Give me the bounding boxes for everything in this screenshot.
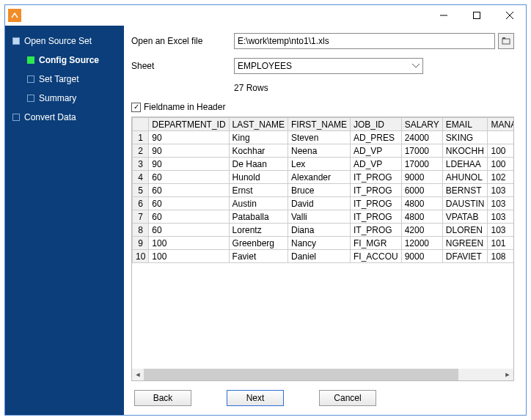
- sidebar-item-set-target[interactable]: Set Target: [5, 70, 124, 89]
- cell[interactable]: 60: [149, 210, 229, 224]
- cell[interactable]: 101: [488, 237, 513, 250]
- cell[interactable]: 108: [488, 250, 513, 263]
- cell[interactable]: Daniel: [288, 250, 350, 263]
- cell[interactable]: 103: [488, 224, 513, 237]
- cell[interactable]: 24000: [401, 131, 442, 144]
- sidebar-item-summary[interactable]: Summary: [5, 89, 124, 108]
- cell[interactable]: 103: [488, 184, 513, 197]
- cell[interactable]: AD_VP: [350, 158, 401, 171]
- cell[interactable]: 60: [149, 171, 229, 184]
- row-header[interactable]: 2: [133, 144, 149, 158]
- cell[interactable]: Greenberg: [229, 237, 288, 250]
- cell[interactable]: 100: [149, 237, 229, 250]
- column-header[interactable]: MANAGER_ID: [488, 118, 513, 131]
- cell[interactable]: Alexander: [288, 171, 350, 184]
- cell[interactable]: 102: [488, 171, 513, 184]
- scrollbar-thumb[interactable]: [144, 369, 458, 380]
- row-header[interactable]: 10: [133, 250, 149, 263]
- next-button[interactable]: Next: [227, 390, 284, 406]
- column-header[interactable]: LAST_NAME: [229, 118, 288, 131]
- row-header[interactable]: 9: [133, 237, 149, 250]
- cell[interactable]: DFAVIET: [442, 250, 488, 263]
- row-header[interactable]: 3: [133, 158, 149, 171]
- column-header[interactable]: EMAIL: [442, 118, 488, 131]
- table-row[interactable]: 660AustinDavidIT_PROG4800DAUSTIN103: [133, 197, 514, 210]
- cell[interactable]: Valli: [288, 210, 350, 224]
- cell[interactable]: FI_ACCOU: [350, 250, 401, 263]
- cell[interactable]: 60: [149, 184, 229, 197]
- cell[interactable]: 17000: [401, 144, 442, 158]
- cell[interactable]: 4800: [401, 210, 442, 224]
- cell[interactable]: VPATAB: [442, 210, 488, 224]
- cell[interactable]: Diana: [288, 224, 350, 237]
- cell[interactable]: 90: [149, 131, 229, 144]
- cell[interactable]: 103: [488, 210, 513, 224]
- fieldname-checkbox[interactable]: ✓ Fieldname in Header: [131, 102, 514, 112]
- row-header[interactable]: 4: [133, 171, 149, 184]
- cell[interactable]: AHUNOL: [442, 171, 488, 184]
- sidebar-item-config-source[interactable]: Config Source: [5, 51, 124, 70]
- cell[interactable]: Ernst: [229, 184, 288, 197]
- file-path-input[interactable]: [234, 33, 495, 49]
- cell[interactable]: 100: [149, 250, 229, 263]
- cell[interactable]: DLOREN: [442, 224, 488, 237]
- cell[interactable]: David: [288, 197, 350, 210]
- cell[interactable]: Neena: [288, 144, 350, 158]
- cell[interactable]: 4800: [401, 197, 442, 210]
- scroll-right-icon[interactable]: ►: [502, 369, 513, 380]
- table-row[interactable]: 460HunoldAlexanderIT_PROG9000AHUNOL102: [133, 171, 514, 184]
- cell[interactable]: AD_VP: [350, 144, 401, 158]
- cell[interactable]: 4200: [401, 224, 442, 237]
- sidebar-item-convert-data[interactable]: Convert Data: [5, 108, 124, 127]
- cell[interactable]: 12000: [401, 237, 442, 250]
- table-row[interactable]: 560ErnstBruceIT_PROG6000BERNST103: [133, 184, 514, 197]
- horizontal-scrollbar[interactable]: ◄ ►: [132, 369, 513, 380]
- cell[interactable]: Kochhar: [229, 144, 288, 158]
- close-button[interactable]: [493, 5, 526, 26]
- cell[interactable]: FI_MGR: [350, 237, 401, 250]
- row-header[interactable]: 1: [133, 131, 149, 144]
- row-header[interactable]: 8: [133, 224, 149, 237]
- cell[interactable]: AD_PRES: [350, 131, 401, 144]
- cell[interactable]: DAUSTIN: [442, 197, 488, 210]
- table-row[interactable]: 190KingStevenAD_PRES24000SKING: [133, 131, 514, 144]
- table-row[interactable]: 9100GreenbergNancyFI_MGR12000NGREEN101: [133, 237, 514, 250]
- scroll-left-icon[interactable]: ◄: [132, 369, 144, 380]
- sheet-select[interactable]: EMPLOYEES: [234, 58, 423, 74]
- cell[interactable]: IT_PROG: [350, 171, 401, 184]
- table-row[interactable]: 10100FavietDanielFI_ACCOU9000DFAVIET108: [133, 250, 514, 263]
- back-button[interactable]: Back: [134, 390, 191, 406]
- cell[interactable]: Lex: [288, 158, 350, 171]
- column-header[interactable]: FIRST_NAME: [288, 118, 350, 131]
- cell[interactable]: NKOCHH: [442, 144, 488, 158]
- cell[interactable]: De Haan: [229, 158, 288, 171]
- browse-button[interactable]: [498, 33, 514, 49]
- cell[interactable]: 103: [488, 197, 513, 210]
- row-header[interactable]: 6: [133, 197, 149, 210]
- cell[interactable]: NGREEN: [442, 237, 488, 250]
- table-row[interactable]: 290KochharNeenaAD_VP17000NKOCHH100: [133, 144, 514, 158]
- cell[interactable]: Hunold: [229, 171, 288, 184]
- cell[interactable]: 100: [488, 158, 513, 171]
- sidebar-item-open-source-set[interactable]: Open Source Set: [5, 32, 124, 51]
- cell[interactable]: 9000: [401, 250, 442, 263]
- cell[interactable]: SKING: [442, 131, 488, 144]
- column-header[interactable]: SALARY: [401, 118, 442, 131]
- column-header[interactable]: JOB_ID: [350, 118, 401, 131]
- cell[interactable]: 60: [149, 197, 229, 210]
- cell[interactable]: 90: [149, 158, 229, 171]
- column-header[interactable]: DEPARTMENT_ID: [149, 118, 229, 131]
- row-header[interactable]: 5: [133, 184, 149, 197]
- cell[interactable]: 17000: [401, 158, 442, 171]
- cell[interactable]: BERNST: [442, 184, 488, 197]
- cell[interactable]: 9000: [401, 171, 442, 184]
- cell[interactable]: 60: [149, 224, 229, 237]
- cell[interactable]: King: [229, 131, 288, 144]
- cell[interactable]: 100: [488, 144, 513, 158]
- cell[interactable]: Pataballa: [229, 210, 288, 224]
- cell[interactable]: Faviet: [229, 250, 288, 263]
- table-row[interactable]: 860LorentzDianaIT_PROG4200DLOREN103: [133, 224, 514, 237]
- maximize-button[interactable]: [460, 5, 493, 26]
- table-row[interactable]: 390De HaanLexAD_VP17000LDEHAA100: [133, 158, 514, 171]
- minimize-button[interactable]: [427, 5, 460, 26]
